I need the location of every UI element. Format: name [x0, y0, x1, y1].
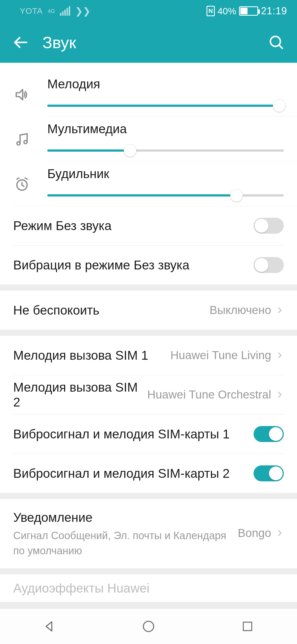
vibrate-sim2-row[interactable]: Вибросигнал и мелодия SIM-карты 2 — [0, 454, 297, 493]
nav-back-button[interactable] — [41, 618, 58, 635]
chevron-right-icon — [276, 304, 284, 316]
silent-mode-row[interactable]: Режим Без звука — [0, 206, 297, 245]
battery-icon — [239, 6, 258, 16]
media-label: Мультимедиа — [47, 121, 284, 136]
carrier-label: YOTA — [20, 6, 43, 16]
svg-point-5 — [24, 141, 27, 144]
audio-effects-label: Аудиоэффекты Huawei — [13, 581, 284, 596]
sim1-ringtone-label: Мелодия вызова SIM 1 — [13, 348, 170, 363]
media-icon — [14, 121, 47, 147]
search-button[interactable] — [268, 34, 285, 50]
vibrate-sim2-label: Вибросигнал и мелодия SIM-карты 2 — [13, 466, 254, 481]
media-slider-row: Мультимедиа — [0, 116, 297, 161]
svg-rect-13 — [243, 622, 252, 631]
chevron-right-icon — [276, 349, 284, 361]
dnd-row[interactable]: Не беспокоить Выключено — [0, 291, 297, 330]
vibrate-sim1-row[interactable]: Вибросигнал и мелодия SIM-карты 1 — [0, 414, 297, 454]
sim2-ringtone-label: Мелодия вызова SIM 2 — [13, 380, 147, 410]
navigation-bar — [0, 608, 297, 644]
silent-mode-switch[interactable] — [254, 218, 284, 234]
back-button[interactable] — [12, 34, 31, 51]
vibrate-silent-switch[interactable] — [254, 257, 284, 273]
svg-line-9 — [17, 178, 19, 179]
notification-sound-row[interactable]: Уведомление Сигнал Сообщений, Эл. почты … — [0, 499, 297, 568]
svg-point-4 — [17, 142, 20, 145]
page-title: Звук — [31, 33, 268, 52]
svg-line-2 — [279, 45, 282, 48]
svg-marker-11 — [46, 622, 52, 631]
svg-marker-3 — [16, 89, 23, 100]
sim2-ringtone-value: Huawei Tune Orchestral — [147, 388, 271, 401]
alarm-label: Будильник — [47, 166, 284, 181]
sim2-ringtone-row[interactable]: Мелодия вызова SIM 2 Huawei Tune Orchest… — [0, 375, 297, 414]
sim1-ringtone-value: Huawei Tune Living — [170, 349, 271, 362]
volume-sliders-section: Мелодия Мультимедиа — [0, 63, 297, 285]
ringtone-slider[interactable] — [47, 105, 284, 107]
nav-recent-button[interactable] — [239, 618, 256, 635]
svg-line-10 — [25, 178, 27, 179]
alarm-icon — [14, 166, 47, 192]
app-bar: Звук — [0, 22, 297, 63]
dnd-label: Не беспокоить — [13, 303, 210, 318]
vibrate-silent-label: Вибрация в режиме Без звука — [13, 258, 254, 272]
silent-mode-label: Режим Без звука — [13, 218, 254, 233]
alarm-slider-row: Будильник — [0, 161, 297, 206]
vibrate-silent-row[interactable]: Вибрация в режиме Без звука — [0, 245, 297, 285]
sim1-ringtone-row[interactable]: Мелодия вызова SIM 1 Huawei Tune Living — [0, 336, 297, 375]
vibrate-sim1-label: Вибросигнал и мелодия SIM-карты 1 — [13, 427, 254, 441]
ringtone-label: Мелодия — [47, 77, 284, 91]
notification-subtitle: Сигнал Сообщений, Эл. почты и Календаря … — [13, 528, 238, 558]
signal-icon — [60, 6, 70, 16]
notification-value: Bongo — [238, 526, 271, 540]
audio-effects-row[interactable]: Аудиоэффекты Huawei — [0, 574, 297, 602]
svg-line-8 — [22, 185, 24, 186]
network-label: 4G — [48, 8, 55, 14]
ringtone-slider-row: Мелодия — [0, 72, 297, 116]
alarm-slider[interactable] — [47, 194, 284, 197]
chevron-right-icon — [276, 389, 284, 401]
dnd-value: Выключено — [210, 304, 271, 317]
data-icon: ❯❯ — [75, 6, 90, 17]
battery-percentage: 40% — [218, 6, 236, 17]
vibrate-sim1-switch[interactable] — [254, 426, 284, 442]
vibrate-sim2-switch[interactable] — [254, 465, 284, 481]
nfc-icon: N — [207, 6, 215, 16]
media-slider[interactable] — [47, 149, 284, 152]
svg-point-12 — [143, 621, 154, 632]
ringtone-icon — [14, 77, 47, 102]
notification-title: Уведомление — [13, 510, 238, 525]
clock-label: 21:19 — [261, 5, 287, 17]
nav-home-button[interactable] — [140, 618, 157, 635]
chevron-right-icon — [276, 527, 284, 539]
status-bar: YOTA 4G ❯❯ N 40% 21:19 — [0, 0, 297, 22]
